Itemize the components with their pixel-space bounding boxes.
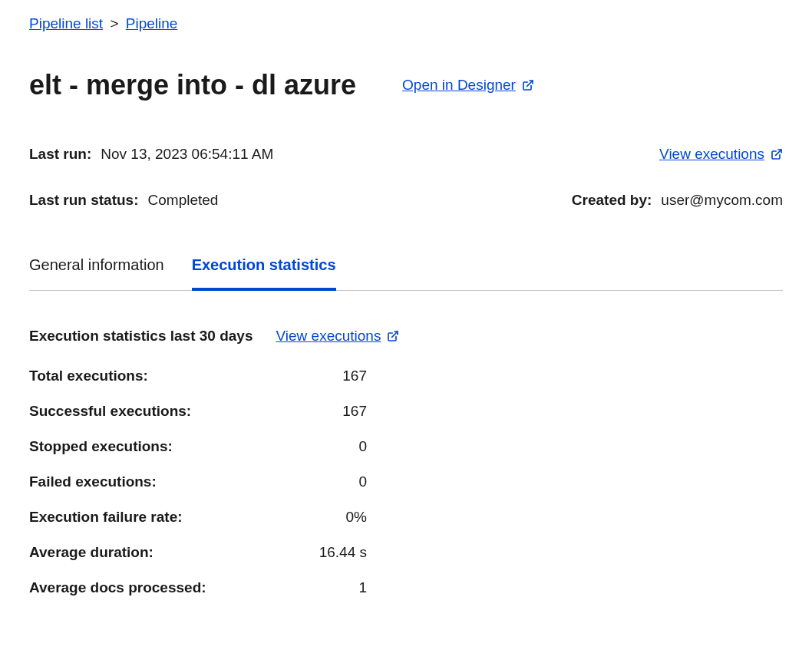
open-designer-link[interactable]: Open in Designer bbox=[402, 77, 534, 94]
stat-row: Total executions: 167 bbox=[29, 368, 367, 384]
last-run-value: Nov 13, 2023 06:54:11 AM bbox=[101, 146, 273, 163]
svg-line-2 bbox=[392, 332, 398, 337]
stat-label: Failed executions: bbox=[29, 473, 157, 490]
stat-row: Average docs processed: 1 bbox=[29, 579, 367, 596]
tabs: General information Execution statistics bbox=[29, 256, 783, 291]
stats-list: Total executions: 167 Successful executi… bbox=[29, 368, 367, 596]
breadcrumb-separator: > bbox=[110, 15, 118, 31]
meta-section: Last run: Nov 13, 2023 06:54:11 AM View … bbox=[29, 146, 783, 209]
meta-row-status-created: Last run status: Completed Created by: u… bbox=[29, 192, 783, 209]
meta-row-last-run: Last run: Nov 13, 2023 06:54:11 AM View … bbox=[29, 146, 783, 163]
last-run-status-label: Last run status: bbox=[29, 192, 139, 209]
breadcrumb: Pipeline list > Pipeline bbox=[29, 15, 783, 32]
stat-label: Average duration: bbox=[29, 544, 153, 561]
stat-value: 0 bbox=[358, 438, 367, 455]
last-run-status-value: Completed bbox=[148, 192, 219, 209]
last-run-label: Last run: bbox=[29, 146, 91, 163]
stat-label: Successful executions: bbox=[29, 403, 191, 420]
stat-row: Successful executions: 167 bbox=[29, 403, 367, 420]
stat-label: Total executions: bbox=[29, 368, 148, 384]
stat-row: Execution failure rate: 0% bbox=[29, 509, 367, 526]
stat-value: 16.44 s bbox=[319, 544, 367, 561]
external-link-icon bbox=[771, 148, 783, 160]
stat-row: Failed executions: 0 bbox=[29, 473, 367, 490]
external-link-icon bbox=[522, 79, 534, 91]
stat-row: Average duration: 16.44 s bbox=[29, 544, 367, 561]
stat-label: Stopped executions: bbox=[29, 438, 173, 455]
stat-label: Execution failure rate: bbox=[29, 509, 183, 526]
view-executions-link-top[interactable]: View executions bbox=[659, 146, 783, 163]
breadcrumb-parent-link[interactable]: Pipeline list bbox=[29, 15, 103, 31]
external-link-icon bbox=[387, 330, 399, 342]
tab-execution-statistics[interactable]: Execution statistics bbox=[192, 256, 336, 291]
stat-value: 0% bbox=[346, 509, 367, 526]
created-by-label: Created by: bbox=[572, 192, 652, 209]
stat-label: Average docs processed: bbox=[29, 579, 206, 596]
page-title: elt - merge into - dl azure bbox=[29, 69, 356, 101]
tab-general-information[interactable]: General information bbox=[29, 256, 164, 291]
stat-value: 0 bbox=[358, 473, 367, 490]
stat-value: 167 bbox=[342, 368, 367, 384]
breadcrumb-current-link[interactable]: Pipeline bbox=[126, 15, 178, 31]
view-executions-stats-label: View executions bbox=[276, 328, 381, 345]
created-by-value: user@mycom.com bbox=[661, 192, 783, 209]
title-row: elt - merge into - dl azure Open in Desi… bbox=[29, 69, 783, 101]
stat-value: 1 bbox=[358, 579, 367, 596]
svg-line-1 bbox=[776, 150, 781, 155]
stat-value: 167 bbox=[342, 403, 367, 420]
stat-row: Stopped executions: 0 bbox=[29, 438, 367, 455]
stats-header: Execution statistics last 30 days View e… bbox=[29, 328, 783, 345]
svg-line-0 bbox=[527, 81, 533, 86]
view-executions-link-stats[interactable]: View executions bbox=[276, 328, 399, 345]
stats-title: Execution statistics last 30 days bbox=[29, 328, 253, 345]
view-executions-label: View executions bbox=[659, 146, 764, 163]
open-designer-label: Open in Designer bbox=[402, 77, 516, 94]
